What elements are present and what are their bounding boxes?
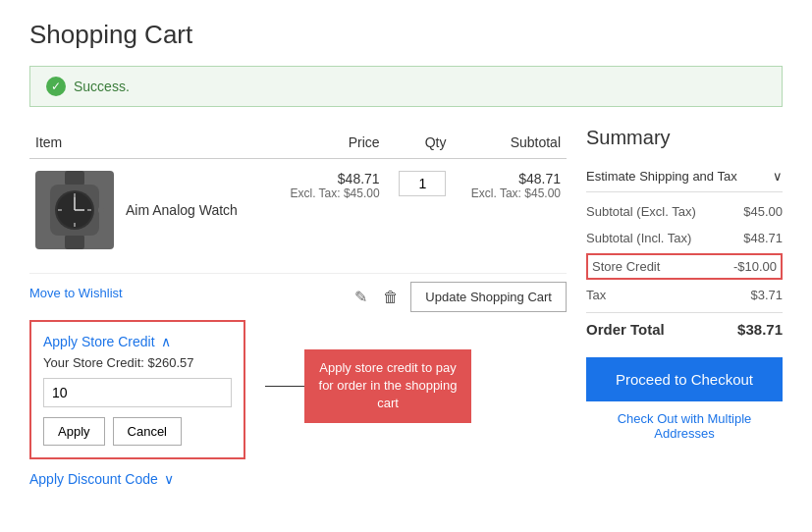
svg-rect-8: [87, 209, 91, 211]
store-credit-header[interactable]: Apply Store Credit ∧: [43, 334, 232, 349]
svg-rect-0: [65, 171, 84, 186]
col-qty: Qty: [386, 127, 453, 159]
summary-row-store-credit: Store Credit -$10.00: [586, 253, 783, 280]
estimate-shipping-label: Estimate Shipping and Tax: [586, 169, 737, 184]
summary-title: Summary: [586, 127, 783, 149]
checkout-button[interactable]: Proceed to Checkout: [586, 357, 783, 401]
svg-rect-6: [74, 223, 76, 227]
col-subtotal: Subtotal: [452, 127, 567, 159]
product-image: [35, 171, 114, 249]
summary-row-subtotal-incl: Subtotal (Incl. Tax) $48.71: [586, 225, 783, 251]
svg-rect-1: [65, 235, 84, 249]
delete-icon: 🗑: [383, 289, 399, 305]
edit-button[interactable]: ✎: [351, 284, 371, 310]
chevron-down-icon-shipping: ∨: [773, 169, 783, 184]
store-credit-section: Apply Store Credit ∧ Your Store Credit: …: [29, 320, 245, 459]
subtotal-cell: $48.71 Excl. Tax: $45.00: [452, 159, 567, 262]
cart-section: Item Price Qty Subtotal: [29, 127, 567, 487]
multi-address-link[interactable]: Check Out with Multiple Addresses: [586, 411, 783, 441]
chevron-down-icon: ∨: [164, 471, 174, 487]
store-credit-balance: Your Store Credit: $260.57: [43, 355, 232, 370]
price-cell: $48.71 Excl. Tax: $45.00: [271, 159, 386, 262]
callout-wrapper: Apply store credit to pay for order in t…: [265, 349, 471, 423]
chevron-up-icon: ∧: [161, 334, 171, 349]
discount-link[interactable]: Apply Discount Code ∨: [29, 471, 567, 487]
store-credit-input[interactable]: [43, 378, 232, 407]
svg-rect-5: [74, 193, 76, 197]
svg-rect-11: [98, 207, 104, 213]
discount-label: Apply Discount Code: [29, 471, 158, 487]
credit-buttons: Apply Cancel: [43, 417, 232, 446]
summary-row-tax: Tax $3.71: [586, 282, 783, 308]
success-icon: ✓: [46, 77, 66, 96]
table-row: Aim Analog Watch $48.71 Excl. Tax: $45.0…: [29, 159, 567, 262]
edit-icon: ✎: [354, 289, 367, 305]
cart-table: Item Price Qty Subtotal: [29, 127, 567, 261]
delete-button[interactable]: 🗑: [379, 285, 403, 310]
svg-rect-7: [58, 209, 62, 211]
bottom-row: Apply Store Credit ∧ Your Store Credit: …: [29, 320, 567, 459]
summary-row-subtotal-excl: Subtotal (Excl. Tax) $45.00: [586, 198, 783, 225]
order-total-value: $38.71: [737, 321, 783, 338]
success-banner: ✓ Success.: [29, 66, 783, 107]
success-message: Success.: [74, 79, 130, 94]
order-total-row: Order Total $38.71: [586, 312, 783, 346]
wishlist-link[interactable]: Move to Wishlist: [29, 286, 123, 300]
col-item: Item: [29, 127, 271, 159]
product-name: Aim Analog Watch: [126, 202, 238, 218]
update-cart-button[interactable]: Update Shopping Cart: [410, 282, 567, 312]
estimate-shipping-row[interactable]: Estimate Shipping and Tax ∨: [586, 161, 783, 192]
summary-section: Summary Estimate Shipping and Tax ∨ Subt…: [586, 127, 783, 487]
callout-line: [265, 386, 304, 387]
apply-credit-button[interactable]: Apply: [43, 417, 105, 446]
qty-input[interactable]: [399, 171, 446, 196]
store-credit-label: Apply Store Credit: [43, 334, 155, 349]
cancel-credit-button[interactable]: Cancel: [113, 417, 182, 446]
col-price: Price: [271, 127, 386, 159]
callout-box: Apply store credit to pay for order in t…: [304, 349, 471, 423]
item-cell: Aim Analog Watch: [35, 171, 265, 249]
qty-cell: [386, 159, 453, 262]
page-title: Shopping Cart: [29, 20, 783, 50]
order-total-label: Order Total: [586, 321, 665, 338]
